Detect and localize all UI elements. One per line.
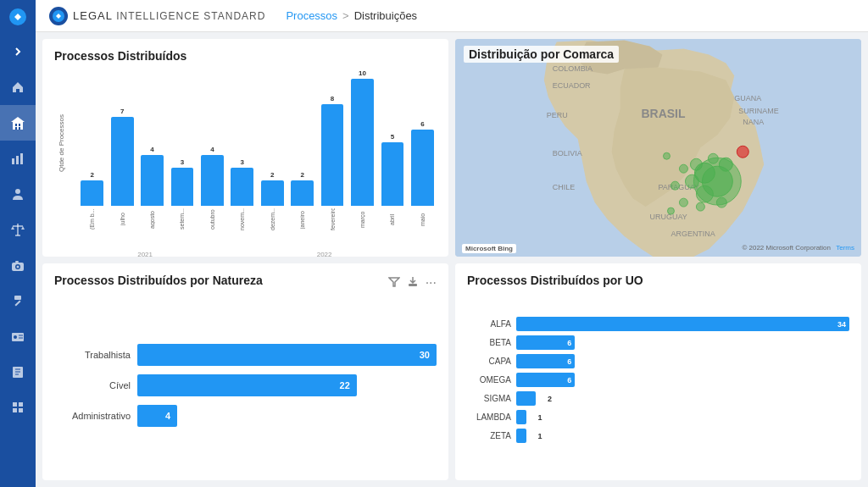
natureza-bar-chart: Trabalhista30Cível22Administrativo4 (54, 301, 437, 471)
bar-x-label: março (359, 208, 365, 230)
bar-chart-title: Processos Distribuídos (54, 49, 437, 63)
uo-bar-value: 6 (567, 339, 571, 347)
uo-bar-fill[interactable]: 1 (516, 410, 526, 424)
bar-x-label: julho (120, 208, 125, 230)
uo-bar-fill[interactable]: 2 (516, 391, 536, 406)
bars-area: 2(Em b...7julho4agosto3setem...4outubro3… (78, 69, 437, 257)
bar-fill[interactable] (411, 130, 434, 206)
svg-text:NANA: NANA (743, 118, 764, 126)
uo-bar-row: LAMBDA1 (467, 410, 849, 424)
map-title: Distribuição por Comarca (464, 46, 619, 63)
uo-bar-fill[interactable]: 6 (516, 335, 575, 350)
bar-x-label: setem... (179, 208, 185, 230)
uo-chart-card: Processos Distribuídos por UO ALFA34BETA… (455, 263, 861, 481)
bar-group: 2janeiro (288, 171, 316, 230)
natureza-header: Processos Distribuídos por Natureza ··· (54, 274, 437, 294)
bar-x-label: outubro (209, 208, 215, 230)
breadcrumb-separator: > (342, 9, 349, 22)
bar-fill[interactable] (81, 180, 103, 206)
svg-rect-1 (13, 121, 23, 130)
svg-marker-2 (11, 117, 25, 122)
svg-point-16 (17, 266, 19, 268)
svg-text:ARGENTINA: ARGENTINA (670, 230, 715, 238)
natureza-bar-fill[interactable]: 30 (137, 344, 437, 366)
uo-bar-track: 6 (516, 373, 849, 387)
map-card: Distribuição por Comarca COLOMBIA ECUADO… (455, 39, 861, 257)
sidebar-item-id[interactable] (0, 318, 36, 354)
bar-fill[interactable] (141, 155, 164, 206)
bar-x-label: fevereiro (330, 208, 336, 230)
sidebar-item-chart[interactable] (0, 141, 36, 176)
uo-bar-fill[interactable]: 6 (516, 354, 575, 368)
sidebar-item-person[interactable] (0, 176, 36, 212)
bar-fill[interactable] (381, 142, 404, 206)
bar-fill[interactable] (321, 104, 344, 206)
svg-point-21 (14, 335, 17, 339)
filter-icon[interactable] (388, 276, 400, 291)
bar-group: 3novem... (228, 158, 256, 230)
uo-bar-fill[interactable]: 6 (516, 373, 575, 387)
uo-bar-fill[interactable]: 34 (516, 317, 849, 331)
uo-bar-row: BETA6 (467, 335, 849, 350)
svg-point-58 (737, 146, 748, 158)
bar-fill[interactable] (111, 117, 134, 206)
bar-fill[interactable] (261, 180, 284, 206)
download-icon[interactable] (407, 276, 419, 291)
svg-point-10 (15, 189, 20, 194)
uo-bar-fill[interactable]: 1 (516, 429, 526, 443)
bar-x-label: abril (389, 208, 395, 230)
natureza-bar-fill[interactable]: 4 (137, 405, 177, 427)
natureza-bar-row: Trabalhista30 (54, 344, 437, 366)
y-axis-label: Qtde de Processos (58, 114, 65, 172)
bar-fill[interactable] (231, 168, 253, 206)
svg-text:GUANA: GUANA (734, 94, 761, 102)
bar-value: 10 (359, 69, 366, 77)
uo-title: Processos Distribuídos por UO (467, 274, 849, 287)
bar-fill[interactable] (201, 155, 224, 206)
bar-fill[interactable] (351, 79, 374, 206)
sidebar-item-camera[interactable] (0, 247, 36, 283)
svg-point-51 (690, 158, 702, 170)
uo-bar-label: OMEGA (467, 375, 511, 385)
uo-bar-row: OMEGA6 (467, 373, 849, 387)
svg-point-54 (679, 164, 687, 173)
main-content: LEGAL INTELLIGENCE STANDARD Processos > … (36, 0, 868, 487)
sidebar-item-grid[interactable] (0, 390, 36, 425)
svg-point-61 (667, 208, 674, 214)
bar-group: 8fevereiro (318, 95, 346, 230)
svg-rect-31 (19, 408, 23, 412)
breadcrumb-parent[interactable]: Processos (286, 9, 337, 22)
sidebar-item-hammer[interactable] (0, 283, 36, 318)
sidebar-item-chevron[interactable] (0, 34, 36, 69)
sidebar-item-home[interactable] (0, 69, 36, 105)
natureza-title: Processos Distribuídos por Natureza (54, 274, 263, 287)
sidebar-item-scale[interactable] (0, 212, 36, 247)
bar-x-label: agosto (149, 208, 155, 230)
natureza-bar-track: 30 (137, 344, 437, 366)
bar-fill[interactable] (171, 168, 194, 206)
more-icon[interactable]: ··· (426, 276, 437, 291)
bar-value: 4 (210, 146, 214, 153)
uo-bar-value: 34 (837, 320, 846, 329)
svg-rect-9 (20, 153, 23, 164)
sidebar-item-building[interactable] (0, 105, 36, 141)
svg-text:BRASIL: BRASIL (642, 107, 686, 120)
bar-x-label: janeiro (299, 208, 305, 230)
logo-brand: LEGAL (73, 9, 113, 22)
bar-value: 3 (241, 158, 244, 166)
bar-fill[interactable] (291, 180, 314, 206)
bar-value: 2 (300, 171, 303, 179)
bar-group: 6maio (409, 120, 437, 230)
header: LEGAL INTELLIGENCE STANDARD Processos > … (36, 0, 868, 32)
sidebar-item-newspaper[interactable] (0, 354, 36, 390)
svg-point-53 (685, 174, 698, 188)
natureza-bar-label: Trabalhista (54, 350, 131, 360)
header-logo: LEGAL INTELLIGENCE STANDARD (49, 7, 265, 25)
breadcrumb: Processos > Distribuições (286, 9, 417, 22)
map-terms[interactable]: Terms (836, 244, 854, 252)
bar-group: 2dezem... (259, 171, 287, 230)
svg-rect-19 (14, 296, 21, 300)
bar-x-label: novem... (239, 208, 245, 230)
uo-bar-row: ALFA34 (467, 317, 849, 331)
natureza-bar-fill[interactable]: 22 (137, 374, 357, 396)
